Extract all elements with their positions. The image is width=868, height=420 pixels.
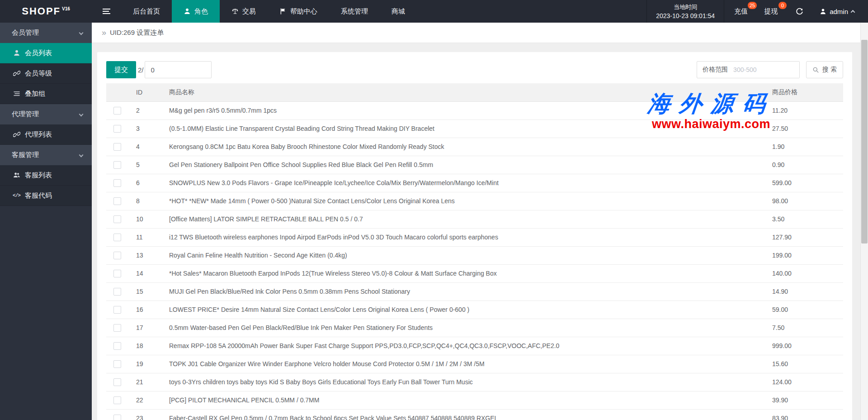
- row-name: (0.5-1.0MM) Elastic Line Transparent Cry…: [161, 119, 772, 138]
- row-checkbox[interactable]: [113, 197, 121, 205]
- nav-label: 商城: [392, 7, 405, 16]
- count-input[interactable]: [145, 61, 212, 78]
- row-id: 13: [129, 246, 161, 264]
- row-checkbox[interactable]: [113, 179, 121, 187]
- nav-item-trade[interactable]: 交易: [220, 0, 268, 23]
- row-price: 98.00: [772, 192, 843, 210]
- sidebar-item-label: 会员等级: [25, 69, 52, 78]
- row-id: 14: [129, 264, 161, 282]
- sidebar-group-service-management[interactable]: 客服管理: [0, 145, 92, 165]
- local-time: 当地时间 2023-10-23 09:01:54: [646, 0, 724, 23]
- chevron-up-icon: [851, 10, 855, 14]
- nav-label: 后台首页: [133, 7, 160, 16]
- content-card: 提交 2/ 价格范围 搜 索 ID 商品名称: [97, 52, 852, 420]
- row-price: 14.90: [772, 282, 843, 301]
- sidebar-item-agent-list[interactable]: 代理列表: [0, 124, 92, 145]
- row-checkbox[interactable]: [113, 161, 121, 169]
- header-id: ID: [129, 83, 161, 101]
- app-window: SHOPF V16 后台首页 角色 交易 帮助中心 系统管理: [0, 0, 868, 420]
- sidebar-toggle-button[interactable]: [92, 0, 121, 23]
- row-name: M&g gel pen r3/r5 0.5mm/0.7mm 1pcs: [161, 101, 772, 119]
- topbar-right: 当地时间 2023-10-23 09:01:54 充值 25 提现 0 admi…: [646, 0, 868, 23]
- row-checkbox[interactable]: [113, 270, 121, 277]
- row-checkbox[interactable]: [113, 342, 121, 350]
- row-name: TOPK J01 Cable Organizer Wire Winder Ear…: [161, 355, 772, 373]
- nav-item-dashboard[interactable]: 后台首页: [121, 0, 172, 23]
- header-checkbox-column: [106, 83, 129, 101]
- users-icon: [13, 172, 20, 179]
- row-name: toys 0-3Yrs children toys baby toys Kid …: [161, 373, 772, 391]
- sidebar-item-member-list[interactable]: 会员列表: [0, 43, 92, 63]
- recharge-badge: 25: [748, 2, 757, 9]
- table-row: 19 TOPK J01 Cable Organizer Wire Winder …: [106, 355, 843, 373]
- link-icon: [13, 70, 20, 77]
- table-header-row: ID 商品名称 商品价格: [106, 83, 843, 101]
- price-range-input[interactable]: [733, 62, 799, 78]
- sidebar-group-agent-management[interactable]: 代理管理: [0, 104, 92, 124]
- row-price: 27.50: [772, 119, 843, 138]
- sidebar-item-service-code[interactable]: </> 客服代码: [0, 186, 92, 206]
- user-icon: [820, 8, 826, 15]
- code-icon: </>: [13, 192, 20, 200]
- row-checkbox[interactable]: [113, 378, 121, 386]
- row-id: 4: [129, 138, 161, 156]
- sidebar-item-member-level[interactable]: 会员等级: [0, 63, 92, 84]
- app-logo: SHOPF V16: [0, 0, 92, 23]
- nav-item-help-center[interactable]: 帮助中心: [268, 0, 329, 23]
- toolbar: 提交 2/ 价格范围 搜 索: [97, 52, 852, 78]
- recharge-link[interactable]: 充值 25: [728, 0, 754, 23]
- table-row: 3 (0.5-1.0MM) Elastic Line Transparent C…: [106, 119, 843, 138]
- submit-button[interactable]: 提交: [106, 61, 136, 78]
- table-row: 4 Kerongsang 0.8CM 1pc Batu Korea Baby B…: [106, 138, 843, 156]
- scrollbar-thumb[interactable]: [861, 40, 868, 243]
- row-checkbox[interactable]: [113, 324, 121, 332]
- sidebar-group-label: 客服管理: [12, 151, 39, 159]
- row-name: [PCG] PILOT MECHANICAL PENCIL 0.5MM / 0.…: [161, 391, 772, 409]
- row-price: 11.20: [772, 101, 843, 119]
- row-price: 39.90: [772, 391, 843, 409]
- search-button[interactable]: 搜 索: [806, 61, 843, 78]
- row-price: 15.60: [772, 355, 843, 373]
- refresh-button[interactable]: [788, 0, 811, 23]
- nav-item-system[interactable]: 系统管理: [329, 0, 380, 23]
- row-checkbox[interactable]: [113, 107, 121, 115]
- nav-item-roles[interactable]: 角色: [172, 0, 220, 23]
- scales-icon: [231, 8, 239, 15]
- nav-label: 系统管理: [341, 7, 368, 16]
- chevron-down-icon: [79, 153, 84, 158]
- row-checkbox[interactable]: [113, 360, 121, 368]
- sidebar-item-service-list[interactable]: 客服列表: [0, 165, 92, 186]
- row-id: 11: [129, 228, 161, 246]
- nav-item-mall[interactable]: 商城: [380, 0, 417, 23]
- row-price: 127.90: [772, 228, 843, 246]
- withdraw-link[interactable]: 提现 0: [758, 0, 784, 23]
- row-checkbox[interactable]: [113, 125, 121, 133]
- sidebar-group-member-management[interactable]: 会员管理: [0, 23, 92, 43]
- price-range-label: 价格范围: [697, 66, 733, 74]
- user-menu[interactable]: admin: [813, 0, 861, 23]
- search-icon: [812, 67, 819, 73]
- row-checkbox[interactable]: [113, 252, 121, 259]
- product-table-body: 2 M&g gel pen r3/r5 0.5mm/0.7mm 1pcs 11.…: [106, 101, 843, 420]
- sidebar-item-stack-group[interactable]: 叠加组: [0, 84, 92, 104]
- row-checkbox[interactable]: [113, 415, 121, 420]
- row-checkbox[interactable]: [113, 143, 121, 151]
- row-name: SNOWPLUS New 3.0 Pods Flavors - Grape Ic…: [161, 174, 772, 192]
- sidebar-group-label: 代理管理: [12, 110, 39, 119]
- table-row: 14 *Hot Sales* Macaron Bluetooth Earpod …: [106, 264, 843, 282]
- sidebar-item-label: 代理列表: [25, 130, 52, 139]
- row-id: 10: [129, 210, 161, 228]
- row-checkbox[interactable]: [113, 306, 121, 314]
- table-row: 17 0.5mm Water-based Pen Gel Pen Black/R…: [106, 319, 843, 337]
- row-price: 140.00: [772, 264, 843, 282]
- row-checkbox[interactable]: [113, 396, 121, 404]
- row-checkbox[interactable]: [113, 234, 121, 241]
- link-icon: [13, 131, 20, 138]
- row-id: 6: [129, 174, 161, 192]
- row-name: *HOT* *NEW* Made 14mm ( Power 0-500 )Nat…: [161, 192, 772, 210]
- row-checkbox[interactable]: [113, 288, 121, 296]
- row-name: i12 TWS Bluetooth wireless earphones Inp…: [161, 228, 772, 246]
- row-checkbox[interactable]: [113, 215, 121, 223]
- row-price: 3.50: [772, 210, 843, 228]
- nav-label: 角色: [194, 7, 208, 16]
